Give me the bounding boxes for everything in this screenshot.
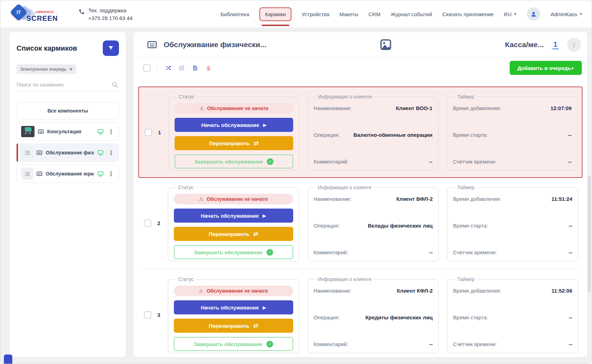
sidebar: Список кармиков Электронная очередь ✕ Вс… <box>10 32 126 357</box>
start-time-value: -- <box>569 223 572 229</box>
row-checkbox[interactable] <box>144 219 151 227</box>
chip-remove-icon[interactable]: ✕ <box>69 67 73 72</box>
client-info-fieldset: Информация о клиенте Наименование:Клиент… <box>308 94 438 171</box>
row-checkbox[interactable] <box>144 311 151 319</box>
queue-row: 3 Статус ⚠ Обслуживание не начато Начать… <box>138 270 582 357</box>
start-time-value: -- <box>569 314 572 320</box>
client-name-value: Клиент КФЛ-2 <box>397 288 433 294</box>
app-window: IT AMBIENCE SCREEN Тех. поддержка +375 2… <box>0 0 592 364</box>
client-info-fieldset: Информация о клиенте Наименование:Клиент… <box>308 276 439 353</box>
status-alert: ⚠ Обслуживание не начато <box>175 103 293 114</box>
main-nav: Библиотека Кармики Устройства Макеты CRM… <box>220 7 582 21</box>
avatar[interactable] <box>527 7 540 21</box>
client-info-legend: Информация о клиенте <box>316 185 374 190</box>
main-panel: Обслуживание физически... Касса/ме... 1 … <box>133 32 587 357</box>
kebab-menu-icon: ⋮ <box>571 41 577 48</box>
added-time-label: Время добавления: <box>453 196 501 202</box>
nav-crm[interactable]: CRM <box>369 11 380 17</box>
added-time-label: Время добавления: <box>453 105 501 111</box>
search-box <box>17 82 119 91</box>
sidebar-item-individuals-service[interactable]: Обслуживание физических л... ⋮ <box>17 143 119 162</box>
floating-action-widget[interactable] <box>4 355 12 364</box>
status-alert-text: Обслуживание не начато <box>207 106 268 111</box>
kebab-menu-icon[interactable]: ⋮ <box>107 128 115 135</box>
timer-legend: Таймер <box>455 185 477 190</box>
invoice-button[interactable] <box>190 63 200 73</box>
transfer-icon: ⇄ <box>253 322 258 330</box>
search-input[interactable] <box>17 82 111 88</box>
select-all-checkbox[interactable] <box>143 64 151 72</box>
kebab-menu-icon[interactable]: ⋮ <box>107 149 115 157</box>
chevron-down-icon: ▼ <box>579 12 582 16</box>
scrollbar-thumb[interactable] <box>588 176 591 292</box>
queue-rows: 1 Статус ⚠ Обслуживание не начато Начать… <box>133 78 587 357</box>
funnel-icon <box>107 45 114 52</box>
play-icon: ▶ <box>263 305 266 310</box>
finish-service-button[interactable]: Завершить обслуживание ✓ <box>174 245 293 259</box>
nav-library[interactable]: Библиотека <box>220 11 249 17</box>
status-legend: Статус <box>176 185 196 190</box>
redirect-button[interactable]: Перенаправить ⇄ <box>175 136 293 150</box>
language-value: RU <box>504 11 512 17</box>
more-options-button[interactable]: ⋮ <box>567 38 581 52</box>
check-circle-icon: ✓ <box>267 158 273 165</box>
shuffle-icon <box>165 65 171 71</box>
redirect-button[interactable]: Перенаправить ⇄ <box>174 319 293 333</box>
delete-button[interactable] <box>203 63 214 73</box>
monitor-icon <box>97 128 104 135</box>
monitor-icon <box>97 171 104 177</box>
nav-layouts[interactable]: Макеты <box>340 11 358 17</box>
client-info-legend: Информация о клиенте <box>316 94 374 100</box>
redirect-label: Перенаправить <box>209 231 250 237</box>
finish-service-label: Завершить обслуживание <box>194 249 263 255</box>
comment-value: -- <box>429 249 433 255</box>
start-service-label: Начать обслуживание <box>201 305 259 311</box>
status-alert: ⚠ Обслуживание не начато <box>174 194 293 204</box>
timer-fieldset: Таймер Время добавления:11:51:24 Время с… <box>447 185 578 261</box>
nav-karmiki[interactable]: Кармики <box>259 7 291 21</box>
timer-legend: Таймер <box>455 94 477 100</box>
language-selector[interactable]: RU ▼ <box>504 11 517 17</box>
start-service-button[interactable]: Начать обслуживание ▶ <box>175 118 293 132</box>
nav-download-app[interactable]: Скачать приложение <box>442 11 494 17</box>
comment-value: -- <box>429 159 433 165</box>
page-number-link[interactable]: 1 <box>552 40 559 49</box>
operation-value: Валютно-обменные операции <box>353 132 433 138</box>
logo-screen-label: SCREEN <box>26 14 58 23</box>
add-to-queue-button[interactable]: Добавить в очередь+ <box>510 61 582 75</box>
operation-value: Кредиты физических лиц <box>365 314 433 320</box>
row-checkbox[interactable] <box>145 129 152 136</box>
start-service-button[interactable]: Начать обслуживание ▶ <box>174 209 293 223</box>
transfer-icon: ⇄ <box>254 140 259 147</box>
operation-value: Вклады физических лиц <box>368 223 433 229</box>
file-dollar-icon <box>192 65 198 71</box>
edit-button[interactable] <box>176 63 187 73</box>
logo-ambience-label: AMBIENCE <box>36 10 54 14</box>
start-service-button[interactable]: Начать обслуживание ▶ <box>174 300 293 314</box>
filter-button[interactable] <box>103 40 119 56</box>
nav-devices[interactable]: Устройства <box>302 11 329 17</box>
kebab-menu-icon[interactable]: ⋮ <box>107 170 115 178</box>
scrollbar[interactable] <box>588 176 591 359</box>
sidebar-item-legal-entities-service[interactable]: Обслуживание юридических ... ⋮ <box>17 165 119 183</box>
added-time-value: 11:52:06 <box>552 288 572 294</box>
logo-it-mark: IT <box>17 9 21 15</box>
finish-service-button[interactable]: Завершить обслуживание ✓ <box>175 154 293 168</box>
redirect-label: Перенаправить <box>209 323 250 329</box>
shuffle-button[interactable] <box>163 63 174 73</box>
filter-chip[interactable]: Электронная очередь ✕ <box>17 64 76 74</box>
nav-event-log[interactable]: Журнал событий <box>391 11 432 17</box>
sidebar-item-consultation[interactable]: Консультация ⋮ <box>17 122 119 141</box>
display-name: Касса/ме... <box>505 40 544 49</box>
play-icon: ▶ <box>263 213 266 218</box>
queue-toolbar: Добавить в очередь+ <box>133 58 587 78</box>
operation-label: Операция: <box>314 223 340 229</box>
user-menu[interactable]: AdminKass ▼ <box>550 11 582 17</box>
all-components-button[interactable]: Все компоненты <box>17 102 119 120</box>
redirect-button[interactable]: Перенаправить ⇄ <box>174 227 293 241</box>
image-icon[interactable] <box>379 38 392 51</box>
comment-label: Комментарий: <box>314 341 348 347</box>
time-counter-value: -- <box>568 159 572 165</box>
time-counter-value: -- <box>569 249 572 255</box>
finish-service-button[interactable]: Завершить обслуживание ✓ <box>174 337 293 351</box>
